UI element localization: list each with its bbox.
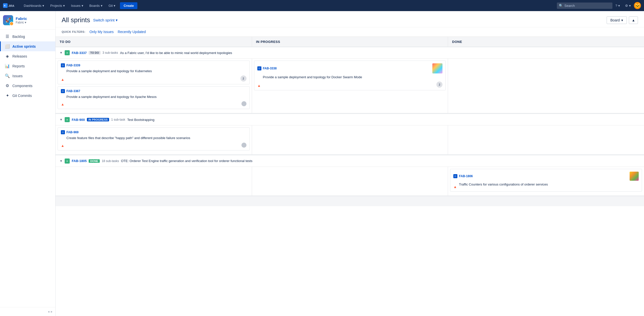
releases-icon: ◈ — [5, 54, 10, 59]
card-key-fab-3367[interactable]: FAB-3367 — [66, 89, 80, 93]
help-button[interactable]: ?▾ — [613, 2, 622, 9]
epic-icon-fab-3337: ≡ — [65, 50, 70, 55]
epic-section-fab-1805: ▼ ≡ FAB-1805 DONE 18 sub-tasks OTE: Orde… — [56, 155, 644, 196]
epic-badge-fab-3337: TO DO — [89, 51, 101, 55]
epic-subtasks-fab-900: 1 sub-task — [111, 118, 125, 121]
sidebar-item-active-sprints[interactable]: ⬜ Active sprints — [0, 41, 55, 51]
card-fab-3367[interactable]: ⊡ FAB-3367 Provide a sample deployment a… — [58, 86, 250, 109]
sidebar-item-git-commits[interactable]: ✦ Git Commits — [0, 91, 55, 100]
user-avatar[interactable]: 🐱 — [634, 2, 641, 9]
sidebar-item-releases[interactable]: ◈ Releases — [0, 51, 55, 61]
card-title-fab-1806: Traffic Counters for various configurati… — [453, 182, 639, 187]
nav-dashboards[interactable]: Dashboards ▾ — [21, 2, 47, 9]
priority-icon-fab-1806: ▲ — [453, 185, 457, 189]
inprogress-col-fab-900 — [252, 125, 448, 154]
reports-icon: 📊 — [5, 64, 10, 68]
card-fab-969[interactable]: ⊡ FAB-969 Create feature files that desc… — [58, 127, 250, 150]
epic-toggle-fab-1805[interactable]: ▼ — [60, 159, 63, 163]
filter-recently-updated-button[interactable]: Recently Updated — [118, 30, 146, 34]
todo-col-fab-3337: ⊡ FAB-3339 Provide a sample deployment a… — [56, 59, 252, 113]
card-key-fab-1806[interactable]: FAB-1806 — [459, 174, 473, 178]
main-content: All sprints Switch sprint ▾ Board ▾ ▲ QU… — [56, 11, 644, 316]
kanban-column-headers: To Do In Progress Done — [56, 37, 644, 47]
create-button[interactable]: Create — [120, 2, 137, 9]
priority-icon-fab-3367: ▲ — [61, 102, 64, 106]
card-thumb-fab-3338 — [432, 63, 442, 73]
epic-toggle-fab-900[interactable]: ▼ — [60, 118, 63, 121]
sidebar-item-label: Releases — [12, 54, 27, 58]
sidebar-item-label: Reports — [12, 64, 25, 68]
epic-section-fab-900: ▼ ≡ FAB-900 IN PROGRESS 1 sub-task Test … — [56, 114, 644, 155]
priority-icon-fab-3339: ▲ — [61, 77, 64, 82]
app-layout: 🚀 ◎ Fabric Fabric ▾ ☰ Backlog ⬜ Active s… — [0, 11, 644, 316]
epic-key-fab-1805[interactable]: FAB-1805 — [72, 159, 87, 163]
sidebar-item-reports[interactable]: 📊 Reports — [0, 61, 55, 71]
col-header-inprogress: In Progress — [252, 37, 448, 47]
nav-issues[interactable]: Issues ▾ — [68, 2, 86, 9]
epic-toggle-fab-3337[interactable]: ▼ — [60, 51, 63, 55]
card-fab-3338[interactable]: ⊡ FAB-3338 Provide a sample deployment a… — [254, 61, 446, 90]
priority-icon-fab-969: ▲ — [61, 144, 64, 148]
epic-cards-fab-3337: ⊡ FAB-3339 Provide a sample deployment a… — [56, 59, 644, 113]
todo-col-fab-900: ⊡ FAB-969 Create feature files that desc… — [56, 125, 252, 154]
project-avatar: 🚀 ◎ — [3, 15, 13, 25]
epic-desc-fab-900: Test Bootstrapping — [127, 118, 155, 122]
board-dropdown-button[interactable]: Board ▾ — [607, 16, 627, 24]
epic-header-fab-1805: ▼ ≡ FAB-1805 DONE 18 sub-tasks OTE: Orde… — [56, 155, 644, 167]
quick-filters-label: QUICK FILTERS: — [62, 30, 85, 33]
kanban-board: To Do In Progress Done ▼ ≡ FAB-3337 TO D… — [56, 37, 644, 206]
filter-my-issues-button[interactable]: Only My Issues — [89, 30, 114, 34]
nav-projects[interactable]: Projects ▾ — [48, 2, 67, 9]
epic-icon-fab-900: ≡ — [65, 117, 70, 122]
done-col-fab-1805: ⊡ FAB-1806 Traffic Counters for various … — [448, 167, 644, 196]
epic-subtasks-fab-1805: 18 sub-tasks — [102, 159, 119, 163]
epic-subtasks-fab-3337: 3 sub-tasks — [103, 51, 118, 55]
backlog-icon: ☰ — [5, 34, 10, 39]
card-thumb-fab-1806 — [630, 172, 639, 181]
card-fab-3339[interactable]: ⊡ FAB-3339 Provide a sample deployment a… — [58, 61, 250, 84]
card-count-fab-3339: 2 — [240, 75, 246, 82]
settings-button[interactable]: ⚙▾ — [623, 2, 633, 9]
search-input[interactable] — [557, 3, 612, 9]
sidebar-item-issues[interactable]: 🔍 Issues — [0, 71, 55, 81]
card-title-fab-3339: Provide a sample deployment and topology… — [61, 69, 246, 73]
card-title-fab-3338: Provide a sample deployment and topology… — [257, 75, 443, 80]
card-key-fab-969[interactable]: FAB-969 — [66, 130, 79, 134]
sidebar-nav: ☰ Backlog ⬜ Active sprints ◈ Releases 📊 … — [0, 30, 55, 102]
sidebar-item-label: Active sprints — [12, 44, 36, 48]
card-fab-1806[interactable]: ⊡ FAB-1806 Traffic Counters for various … — [450, 169, 642, 192]
epic-key-fab-3337[interactable]: FAB-3337 — [72, 51, 87, 55]
project-name: Fabric — [16, 16, 27, 21]
epic-header-fab-900: ▼ ≡ FAB-900 IN PROGRESS 1 sub-task Test … — [56, 114, 644, 125]
jira-logo[interactable]: ✕ JIRA — [3, 2, 18, 9]
project-sub[interactable]: Fabric ▾ — [16, 21, 27, 24]
epic-key-fab-900[interactable]: FAB-900 — [72, 118, 85, 122]
sidebar-item-label: Backlog — [12, 35, 25, 39]
card-type-icon-fab-3339: ⊡ — [61, 63, 65, 67]
done-col-fab-900 — [448, 125, 644, 154]
collapse-sidebar-button[interactable]: ▲ — [629, 16, 638, 24]
sidebar: 🚀 ◎ Fabric Fabric ▾ ☰ Backlog ⬜ Active s… — [0, 11, 56, 316]
card-key-fab-3338[interactable]: FAB-3338 — [263, 67, 277, 70]
inprogress-col-fab-3337: ⊡ FAB-3338 Provide a sample deployment a… — [252, 59, 448, 113]
svg-text:✕: ✕ — [4, 4, 6, 7]
sidebar-item-backlog[interactable]: ☰ Backlog — [0, 32, 55, 41]
col-header-todo: To Do — [56, 37, 252, 47]
top-navigation: ✕ JIRA Dashboards ▾ Projects ▾ Issues ▾ … — [0, 0, 644, 11]
inprogress-col-fab-1805 — [252, 167, 448, 196]
card-key-fab-3339[interactable]: FAB-3339 — [66, 64, 80, 67]
nav-git[interactable]: Git ▾ — [106, 2, 118, 9]
page-header: All sprints Switch sprint ▾ Board ▾ ▲ — [56, 11, 644, 27]
col-header-done: Done — [448, 37, 644, 47]
quick-filters-bar: QUICK FILTERS: Only My Issues Recently U… — [56, 27, 644, 37]
nav-boards[interactable]: Boards ▾ — [87, 2, 105, 9]
search-icon: 🔍 — [559, 4, 563, 8]
svg-text:JIRA: JIRA — [8, 4, 14, 7]
epic-badge-fab-900: IN PROGRESS — [87, 118, 109, 121]
switch-sprint-button[interactable]: Switch sprint ▾ — [93, 18, 118, 22]
git-commits-icon: ✦ — [5, 93, 10, 98]
card-count-fab-3338: 2 — [436, 82, 442, 88]
sidebar-item-components[interactable]: ⚙ Components — [0, 81, 55, 91]
project-header: 🚀 ◎ Fabric Fabric ▾ — [0, 11, 55, 30]
sidebar-collapse-btn[interactable]: « » — [0, 307, 55, 316]
